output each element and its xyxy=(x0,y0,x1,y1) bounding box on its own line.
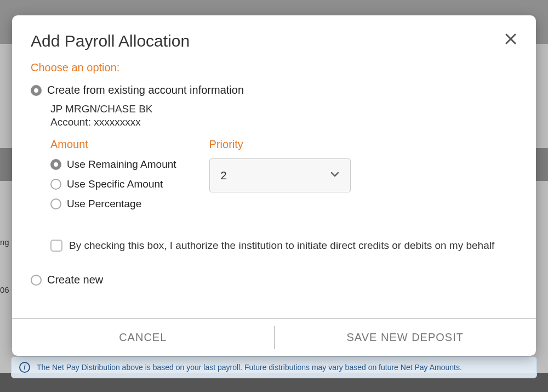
modal-body: Choose an option: Create from existing a… xyxy=(12,61,536,319)
bg-info-banner: i The Net Pay Distribution above is base… xyxy=(11,356,537,378)
amount-specific-label: Use Specific Amount xyxy=(67,178,163,190)
radio-specific[interactable] xyxy=(50,179,61,190)
close-icon[interactable] xyxy=(504,32,517,48)
authorize-label: By checking this box, I authorize the in… xyxy=(69,240,494,252)
cancel-button[interactable]: CANCEL xyxy=(12,319,274,356)
bank-name: JP MRGN/CHASE BK xyxy=(50,103,517,115)
account-number: Account: xxxxxxxxx xyxy=(50,116,517,128)
amount-label: Amount xyxy=(50,138,176,151)
option-new-row[interactable]: Create new xyxy=(31,274,517,286)
priority-value: 2 xyxy=(221,169,227,182)
amount-remaining-row[interactable]: Use Remaining Amount xyxy=(50,158,176,171)
save-new-deposit-button[interactable]: SAVE NEW DEPOSIT xyxy=(275,319,536,356)
bg-info-text: The Net Pay Distribution above is based … xyxy=(37,363,462,372)
option-existing-label: Create from existing account information xyxy=(47,84,244,96)
bg-text-fragment: 06 xyxy=(0,285,9,294)
option-heading: Choose an option: xyxy=(31,61,517,74)
radio-existing[interactable] xyxy=(31,85,42,96)
fields-row: Amount Use Remaining Amount Use Specific… xyxy=(50,138,517,218)
modal-header: Add Payroll Allocation xyxy=(12,15,536,61)
priority-column: Priority 2 xyxy=(209,138,351,218)
modal-title: Add Payroll Allocation xyxy=(31,32,190,50)
amount-percentage-row[interactable]: Use Percentage xyxy=(50,198,176,210)
chevron-down-icon xyxy=(330,170,339,181)
option-existing-row[interactable]: Create from existing account information xyxy=(31,84,517,96)
info-icon: i xyxy=(19,362,30,373)
account-details: JP MRGN/CHASE BK Account: xxxxxxxxx xyxy=(50,103,517,128)
radio-percentage[interactable] xyxy=(50,198,61,209)
priority-select[interactable]: 2 xyxy=(209,158,351,192)
priority-label: Priority xyxy=(209,138,351,151)
bg-text-fragment: ng xyxy=(0,237,9,247)
modal-footer: CANCEL SAVE NEW DEPOSIT xyxy=(12,319,536,356)
authorize-checkbox[interactable] xyxy=(50,240,62,252)
radio-create-new[interactable] xyxy=(31,275,42,286)
amount-remaining-label: Use Remaining Amount xyxy=(67,158,176,171)
amount-specific-row[interactable]: Use Specific Amount xyxy=(50,178,176,190)
amount-percentage-label: Use Percentage xyxy=(67,198,141,210)
option-new-label: Create new xyxy=(47,274,103,286)
add-payroll-allocation-modal: Add Payroll Allocation Choose an option:… xyxy=(12,15,536,356)
authorize-row[interactable]: By checking this box, I authorize the in… xyxy=(50,240,517,252)
radio-remaining[interactable] xyxy=(50,159,61,170)
amount-column: Amount Use Remaining Amount Use Specific… xyxy=(50,138,176,218)
